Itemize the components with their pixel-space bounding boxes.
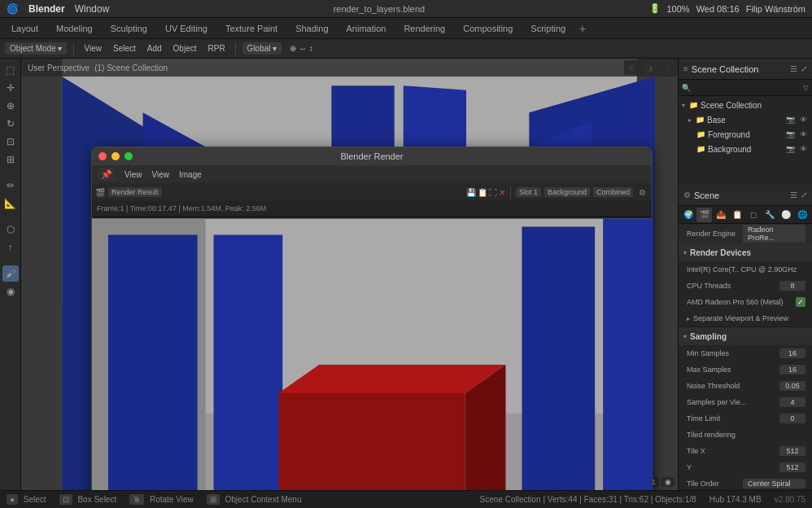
transform-tool[interactable]: ⊞ — [2, 151, 19, 168]
add-menu[interactable]: Add — [144, 43, 165, 54]
render-copy-icon[interactable]: 📋 — [478, 188, 487, 197]
tab-modifier-icon[interactable]: 🔧 — [762, 208, 778, 222]
tab-world-icon[interactable]: 🌐 — [795, 208, 810, 222]
tile-y-label: Y — [687, 463, 776, 471]
cpu-threads-label: CPU Threads — [687, 282, 776, 290]
tab-render-icon[interactable]: 🎬 — [696, 208, 712, 222]
tab-rendering[interactable]: Rendering — [395, 21, 453, 36]
tab-uv-editing[interactable]: UV Editing — [157, 21, 216, 36]
sampling-header[interactable]: ▾ Sampling — [679, 327, 812, 345]
tab-animation[interactable]: Animation — [338, 21, 395, 36]
ctx-key: ⊞ — [207, 494, 220, 505]
rotate-tool[interactable]: ↻ — [2, 116, 19, 132]
render-settings-icon[interactable]: ⚙ — [636, 187, 648, 198]
render-close-icon[interactable]: ✕ — [499, 188, 505, 197]
separate-triangle: ▸ — [687, 315, 690, 322]
render-background-label[interactable]: Background — [544, 187, 590, 197]
tab-shading[interactable]: Shading — [287, 21, 336, 36]
sampling-triangle: ▾ — [683, 333, 687, 340]
measure-tool[interactable]: 📐 — [2, 195, 19, 212]
outliner-base-item[interactable]: ▸ 📁 Base 📷 👁 — [679, 112, 812, 127]
render-result-label[interactable]: Render Result — [108, 187, 162, 197]
render-engine-value[interactable]: Radeon ProRe... — [743, 225, 805, 243]
foreground-icon: 📁 — [696, 130, 705, 138]
select-tool[interactable]: ⬚ — [2, 62, 19, 78]
tab-material-icon[interactable]: ⚪ — [779, 208, 794, 222]
object-mode-dropdown[interactable]: Object Mode ▾ — [5, 42, 67, 55]
render-fullscreen-icon[interactable]: ⛶ — [489, 188, 497, 197]
outliner-foreground-item[interactable]: 📁 Foreground 📷 👁 — [679, 127, 812, 142]
tab-scripting[interactable]: Scripting — [522, 21, 574, 36]
tile-order-label: Tile Order — [687, 480, 740, 488]
tile-y-value[interactable]: 512 — [779, 462, 805, 472]
app-name: Blender — [28, 3, 65, 15]
minimize-button[interactable] — [111, 152, 120, 160]
outliner-expand-icon[interactable]: ⤢ — [801, 64, 807, 73]
tile-x-value[interactable]: 512 — [779, 446, 805, 456]
tab-texture-paint[interactable]: Texture Paint — [217, 21, 286, 36]
props-expand-icon[interactable]: ⤢ — [801, 190, 807, 199]
max-samples-value[interactable]: 16 — [779, 365, 805, 374]
tab-output-icon[interactable]: 📤 — [713, 208, 728, 222]
tab-layout[interactable]: Layout — [3, 21, 46, 36]
samples-per-view-value[interactable]: 4 — [779, 397, 805, 407]
annotate-tool[interactable]: ✏ — [2, 177, 19, 194]
tab-compositing[interactable]: Compositing — [455, 21, 521, 36]
object-menu[interactable]: Object — [170, 43, 200, 54]
window-menu[interactable]: Window — [75, 3, 110, 15]
render-combined-label[interactable]: Combined — [593, 187, 633, 197]
paint-tool[interactable]: 🖌 — [2, 265, 19, 282]
foreground-camera-icon[interactable]: 📷 — [784, 129, 796, 140]
min-samples-row: Min Samples 16 — [679, 345, 812, 361]
props-options-icon[interactable]: ☰ — [790, 190, 797, 199]
viewport-zoom-btn[interactable]: ◉ — [661, 477, 674, 487]
view-menu[interactable]: View — [81, 43, 105, 54]
tab-view-layer-icon[interactable]: 📋 — [729, 208, 744, 222]
datetime: Wed 08:16 — [696, 4, 740, 14]
global-dropdown[interactable]: Global ▾ — [242, 42, 282, 55]
add-workspace-button[interactable]: + — [575, 21, 590, 36]
render-view-menu-2[interactable]: View — [152, 170, 170, 179]
base-camera-icon[interactable]: 📷 — [784, 114, 796, 125]
outliner-scene-collection[interactable]: ▾ 📁 Scene Collection — [679, 98, 812, 112]
render-pin-icon[interactable]: 📌 — [98, 168, 115, 181]
tab-sculpting[interactable]: Sculpting — [103, 21, 155, 36]
render-view-menu-1[interactable]: View — [124, 170, 142, 179]
select-menu[interactable]: Select — [110, 43, 139, 54]
cpu-threads-value[interactable]: 8 — [779, 281, 805, 291]
outliner-search-icon: 🔍 — [682, 84, 691, 92]
min-samples-value[interactable]: 16 — [779, 348, 805, 358]
time-limit-value[interactable]: 0 — [779, 414, 805, 423]
outliner-background-item[interactable]: 📁 Background 📷 👁 — [679, 142, 812, 156]
base-eye-icon[interactable]: 👁 — [797, 114, 809, 125]
outliner-options-icon[interactable]: ☰ — [790, 64, 797, 73]
gpu-checkbox[interactable] — [796, 297, 805, 307]
transform-tools[interactable]: ⊕ ↔ ↕ — [286, 43, 317, 54]
svg-rect-18 — [603, 219, 652, 490]
render-save-icon[interactable]: 💾 — [466, 188, 476, 197]
tile-order-value[interactable]: Center Spiral — [743, 479, 805, 488]
weight-tool[interactable]: ◉ — [2, 283, 19, 300]
tab-modeling[interactable]: Modeling — [48, 21, 101, 36]
extrude-tool[interactable]: ↑ — [2, 239, 19, 256]
render-devices-header[interactable]: ▾ Render Devices — [679, 243, 812, 261]
rpr-menu[interactable]: RPR — [204, 43, 228, 54]
cursor-tool[interactable]: ✛ — [2, 80, 19, 96]
noise-threshold-value[interactable]: 0.05 — [779, 381, 805, 391]
close-button[interactable] — [98, 152, 107, 160]
move-tool[interactable]: ⊕ — [2, 98, 19, 114]
box-key: ⊡ — [59, 494, 72, 505]
cpu-label: Intel(R) Core(T.. CPU @ 2.90GHz — [687, 265, 805, 274]
maximize-button[interactable] — [124, 152, 133, 160]
render-slot-label[interactable]: Slot 1 — [516, 187, 541, 197]
outliner-filter-btn[interactable]: ▽ — [803, 84, 809, 92]
background-camera-icon[interactable]: 📷 — [784, 143, 796, 155]
add-primitive-tool[interactable]: ⬡ — [2, 221, 19, 238]
render-image-menu[interactable]: Image — [179, 170, 202, 179]
foreground-eye-icon[interactable]: 👁 — [797, 129, 809, 140]
viewport[interactable]: User Perspective (1) Scene Collection ⊞ … — [21, 59, 678, 490]
background-eye-icon[interactable]: 👁 — [797, 143, 809, 155]
scale-tool[interactable]: ⊡ — [2, 134, 19, 150]
tab-scene-icon[interactable]: 🌍 — [680, 208, 696, 222]
tab-object-icon[interactable]: ◻ — [746, 208, 762, 222]
